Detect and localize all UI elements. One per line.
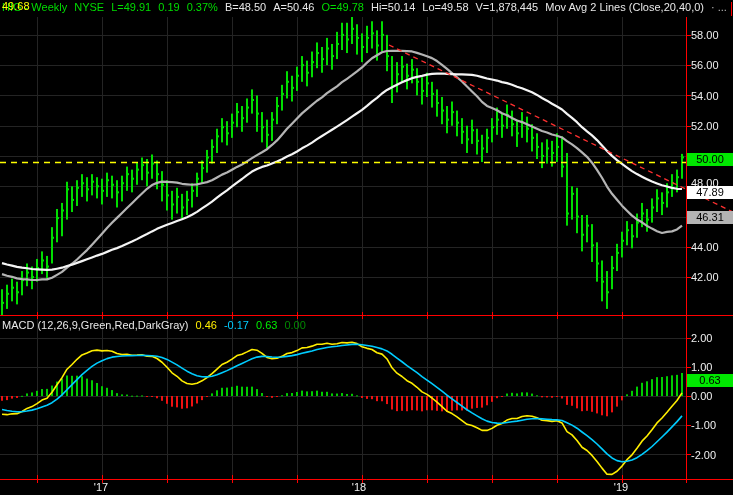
price-axis-badge-46.31: 46.31: [687, 211, 733, 224]
price-axis-badge-50.00: 50.00: [687, 153, 733, 166]
chart-window: HIG - WeeklyNYSEL=49.910.190.37%B=48.50A…: [0, 0, 733, 495]
date-axis-label-19: '19: [614, 481, 628, 493]
quote-header-segment-5: B=48.50: [225, 1, 266, 13]
price-axis-label-58.00: 58.00: [691, 29, 733, 41]
date-axis-label-18: '18: [352, 481, 366, 493]
macd-axis-label-2.00: 2.00: [691, 332, 733, 344]
macd-header-segment-4: 0.00: [284, 319, 305, 331]
quote-header-segment-9: Lo=49.58: [422, 1, 468, 13]
quote-header-segment-2: L=49.91: [111, 1, 151, 13]
macd-axis-label--1.00: -1.00: [691, 419, 733, 431]
price-axis-label-52.00: 52.00: [691, 120, 733, 132]
date-axis-label-17: '17: [94, 481, 108, 493]
quote-header-segment-11: Mov Avg 2 Lines (Close,20,40,0): [545, 1, 704, 13]
quote-header-segment-7: O=49.78: [321, 1, 364, 13]
macd-axis-label--2.00: -2.00: [691, 449, 733, 461]
macd-axis-label-1.00: 1.00: [691, 361, 733, 373]
chart-canvas[interactable]: [0, 0, 733, 495]
macd-indicator-header: MACD (12,26,9,Green,Red,DarkGray)0.46-0.…: [2, 319, 313, 334]
quote-header: HIG - WeeklyNYSEL=49.910.190.37%B=48.50A…: [2, 1, 733, 16]
quote-header-segment-4: 0.37%: [187, 1, 218, 13]
quote-header-segment-12: · ...: [711, 1, 727, 13]
macd-axis-badge-0.63: 0.63: [687, 374, 733, 387]
price-axis-label-54.00: 54.00: [691, 90, 733, 102]
quote-header-segment-10: V=1,878,445: [476, 1, 539, 13]
macd-header-segment-2: -0.17: [224, 319, 249, 331]
price-axis-label-56.00: 56.00: [691, 59, 733, 71]
macd-axis-label-0.00: 0.00: [691, 390, 733, 402]
alert-price-label: 49.68: [2, 0, 30, 12]
macd-header-segment-1: 0.46: [195, 319, 216, 331]
macd-header-segment-3: 0.63: [256, 319, 277, 331]
quote-header-segment-8: Hi=50.14: [371, 1, 415, 13]
quote-header-segment-1: NYSE: [74, 1, 104, 13]
price-axis-label-44.00: 44.00: [691, 241, 733, 253]
quote-header-segment-6: A=50.46: [273, 1, 314, 13]
quote-header-segment-3: 0.19: [158, 1, 179, 13]
price-axis-badge-47.89: 47.89: [687, 186, 733, 199]
price-axis-label-42.00: 42.00: [691, 271, 733, 283]
macd-header-segment-0: MACD (12,26,9,Green,Red,DarkGray): [2, 319, 188, 331]
